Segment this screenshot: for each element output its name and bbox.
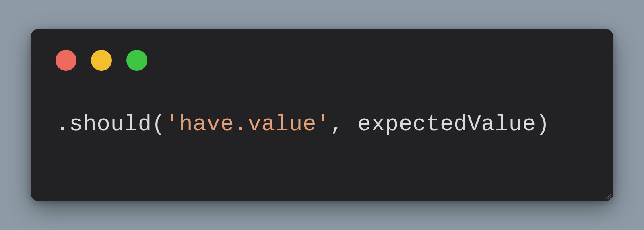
code-token-string: 'have.value'	[165, 111, 330, 137]
close-icon[interactable]	[56, 50, 76, 71]
maximize-icon[interactable]	[126, 50, 147, 71]
traffic-lights	[56, 50, 588, 71]
code-line: .should('have.value', expectedValue)	[56, 111, 588, 138]
resize-handle-icon[interactable]	[605, 193, 611, 199]
minimize-icon[interactable]	[91, 50, 112, 71]
code-token: , expectedValue)	[330, 111, 550, 137]
code-window: .should('have.value', expectedValue)	[31, 29, 613, 201]
code-token: .should(	[56, 111, 165, 137]
svg-line-2	[610, 198, 611, 199]
